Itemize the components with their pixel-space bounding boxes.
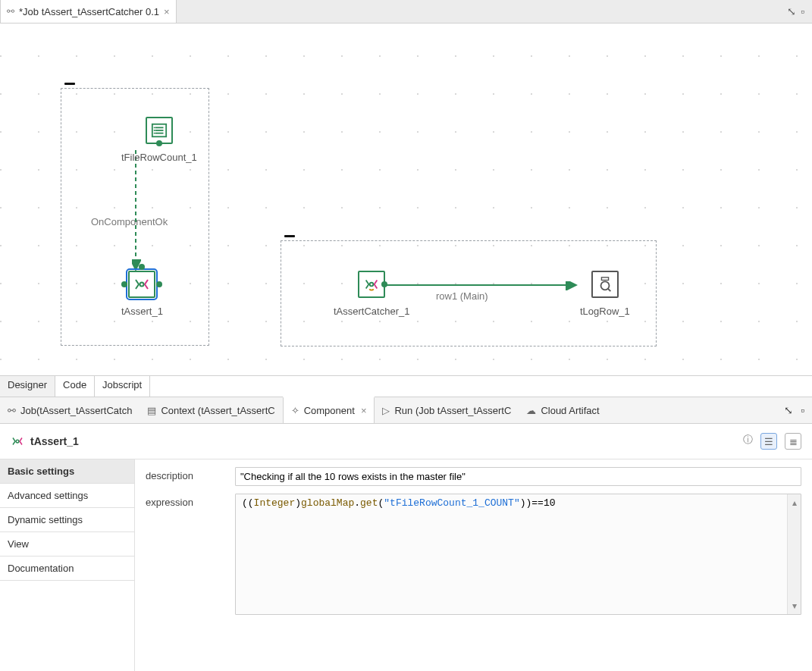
port-icon[interactable] [156, 281, 162, 287]
component-panel: tAssert_1 ⓘ ☰ ≣ Basic settings Advanced … [0, 424, 812, 671]
component-panel-title: tAssert_1 [30, 435, 79, 447]
designer-mode-tabs: Designer Code Jobscript [0, 375, 812, 397]
tab-jobscript[interactable]: Jobscript [95, 376, 150, 397]
svg-point-9 [370, 283, 374, 287]
view-tab-label: Job(tAssert_tAssertCatch [20, 405, 132, 416]
connection-label-oncomponentok: OnComponentOk [91, 216, 168, 227]
tab-basic-settings[interactable]: Basic settings [0, 459, 134, 484]
tlogrow-icon [591, 271, 619, 298]
chain-icon: ⚯ [8, 405, 16, 416]
view-tab-job[interactable]: ⚯ Job(tAssert_tAssertCatch [0, 397, 140, 423]
view-tab-component[interactable]: ✧ Component × [283, 397, 375, 423]
maximize-icon[interactable]: ▫ [801, 404, 804, 416]
view-tab-label: Cloud Artifact [541, 405, 599, 416]
svg-point-8 [140, 283, 144, 287]
view-tab-context[interactable]: ▤ Context (tAssert_tAssertC [140, 397, 282, 423]
tassertcatcher-icon [358, 271, 385, 298]
collapse-icon[interactable] [64, 83, 75, 85]
svg-point-6 [154, 133, 155, 134]
maximize-icon[interactable]: ▫ [801, 5, 804, 17]
component-label: tLogRow_1 [580, 306, 630, 317]
description-label: description [146, 467, 221, 486]
expression-editor[interactable]: ((Integer)globalMap.get("tFileRowCount_1… [236, 494, 787, 614]
play-icon: ▷ [382, 405, 390, 416]
chain-icon: ⚯ [7, 6, 14, 17]
collapse-icon[interactable] [284, 235, 295, 237]
scroll-down-icon[interactable]: ▾ [792, 600, 797, 611]
expression-label: expression [146, 494, 221, 615]
close-tab-icon[interactable]: × [164, 6, 170, 17]
port-icon[interactable] [139, 264, 145, 270]
tfilerowcount-icon [146, 117, 173, 144]
layout-vertical-button[interactable]: ☰ [760, 433, 777, 450]
expression-scrollbar[interactable]: ▴ ▾ [787, 494, 801, 614]
svg-point-5 [154, 130, 155, 131]
component-tassert[interactable]: tAssert_1 [121, 271, 163, 317]
view-tabs-right-controls: ⤡ ▫ [776, 397, 812, 423]
tassert-icon [128, 271, 155, 298]
svg-line-13 [608, 289, 611, 292]
designer-canvas[interactable]: tFileRowCount_1 OnComponentOk tAssert_1 … [0, 24, 812, 375]
view-tab-run[interactable]: ▷ Run (Job tAssert_tAssertC [375, 397, 519, 423]
settings-category-tabs: Basic settings Advanced settings Dynamic… [0, 459, 135, 671]
svg-point-4 [154, 127, 155, 128]
restore-icon[interactable]: ⤡ [787, 5, 796, 17]
tab-code[interactable]: Code [55, 376, 95, 397]
component-tassertcatcher[interactable]: tAssertCatcher_1 [334, 271, 409, 317]
tab-advanced-settings[interactable]: Advanced settings [0, 484, 134, 508]
settings-form: description expression ((Integer)globalM… [135, 459, 812, 671]
scroll-up-icon[interactable]: ▴ [792, 497, 797, 508]
component-label: tAssert_1 [121, 306, 163, 317]
tab-view[interactable]: View [0, 532, 134, 557]
description-input[interactable] [235, 467, 801, 486]
view-tab-label: Component [304, 405, 355, 416]
close-icon[interactable]: × [361, 405, 367, 416]
component-tlogrow[interactable]: tLogRow_1 [580, 271, 630, 317]
puzzle-icon: ✧ [291, 405, 299, 416]
component-label: tFileRowCount_1 [121, 152, 197, 163]
cloud-icon: ☁ [526, 405, 536, 416]
context-icon: ▤ [147, 405, 156, 416]
tab-designer[interactable]: Designer [0, 376, 55, 397]
view-tab-label: Context (tAssert_tAssertC [161, 405, 274, 416]
output-port-icon[interactable] [381, 281, 387, 287]
svg-rect-11 [601, 277, 608, 281]
component-label: tAssertCatcher_1 [334, 306, 409, 317]
tab-documentation[interactable]: Documentation [0, 557, 134, 581]
view-tab-cloud[interactable]: ☁ Cloud Artifact [519, 397, 607, 423]
component-tfilerowcount[interactable]: tFileRowCount_1 [121, 117, 197, 163]
restore-icon[interactable]: ⤡ [784, 404, 793, 416]
connection-label-row1: row1 (Main) [436, 290, 488, 302]
bottom-view-tabs: ⚯ Job(tAssert_tAssertCatch ▤ Context (tA… [0, 397, 812, 424]
tassert-icon [11, 434, 24, 448]
output-port-icon[interactable] [156, 140, 162, 146]
help-icon[interactable]: ⓘ [743, 433, 753, 450]
editor-tab-active[interactable]: ⚯ *Job tAssert_tAssertCatcher 0.1 × [0, 0, 177, 23]
editor-tab-title: *Job tAssert_tAssertCatcher 0.1 [19, 6, 159, 17]
layout-horizontal-button[interactable]: ≣ [785, 433, 801, 450]
component-panel-header: tAssert_1 ⓘ ☰ ≣ [0, 424, 812, 459]
tab-dynamic-settings[interactable]: Dynamic settings [0, 508, 134, 532]
svg-point-14 [16, 440, 19, 443]
view-tab-label: Run (Job tAssert_tAssertC [394, 405, 511, 416]
port-icon[interactable] [121, 281, 127, 287]
connection-oncomponentok[interactable] [132, 150, 141, 271]
